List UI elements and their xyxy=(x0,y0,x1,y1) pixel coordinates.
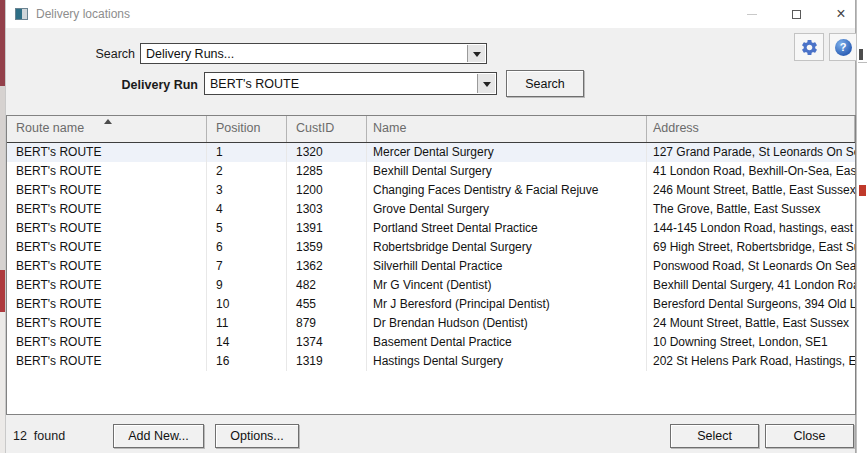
cell-address: 41 London Road, Bexhill-On-Sea, East Sus… xyxy=(647,162,855,181)
table-row[interactable]: BERT's ROUTE 1 1320 Mercer Dental Surger… xyxy=(7,143,855,162)
search-button[interactable]: Search xyxy=(506,70,584,97)
cell-address: The Grove, Battle, East Sussex xyxy=(647,200,855,219)
table-row[interactable]: BERT's ROUTE 2 1285 Bexhill Dental Surge… xyxy=(7,162,855,181)
table-row[interactable]: BERT's ROUTE 9 482 Mr G Vincent (Dentist… xyxy=(7,276,855,295)
gear-icon xyxy=(800,38,819,57)
delivery-run-dropdown[interactable]: BERT's ROUTE xyxy=(204,72,497,95)
close-dialog-button[interactable]: Close xyxy=(765,424,854,448)
column-header-custid[interactable]: CustID xyxy=(287,116,367,142)
cell-route-name: BERT's ROUTE xyxy=(7,276,207,295)
cell-address: 69 High Street, Robertsbridge, East Suss… xyxy=(647,238,855,257)
cell-custid: 482 xyxy=(287,276,367,295)
cell-route-name: BERT's ROUTE xyxy=(7,143,207,162)
cell-position: 10 xyxy=(207,295,287,314)
cell-name: Portland Street Dental Practice xyxy=(367,219,647,238)
delivery-run-value: BERT's ROUTE xyxy=(210,77,299,91)
cell-position: 4 xyxy=(207,200,287,219)
settings-button[interactable] xyxy=(794,33,824,61)
maximize-button[interactable] xyxy=(781,0,811,28)
delivery-locations-dialog: Delivery locations × ? Search Delivery R… xyxy=(5,0,856,453)
search-label: Search xyxy=(65,47,135,61)
column-header-name[interactable]: Name xyxy=(367,116,647,142)
column-header-position[interactable]: Position xyxy=(207,116,287,142)
result-count: 12 found xyxy=(13,429,65,443)
cell-custid: 879 xyxy=(287,314,367,333)
cell-position: 9 xyxy=(207,276,287,295)
cell-address: 10 Downing Street, London, SE1 xyxy=(647,333,855,352)
cell-address: 144-145 London Road, hastings, east suss… xyxy=(647,219,855,238)
cell-name: Mr G Vincent (Dentist) xyxy=(367,276,647,295)
cell-address: 24 Mount Street, Battle, East Sussex xyxy=(647,314,855,333)
table-body: BERT's ROUTE 1 1320 Mercer Dental Surger… xyxy=(7,143,855,371)
close-button[interactable]: × xyxy=(826,0,856,28)
cell-position: 1 xyxy=(207,143,287,162)
cell-custid: 1362 xyxy=(287,257,367,276)
table-row[interactable]: BERT's ROUTE 4 1303 Grove Dental Surgery… xyxy=(7,200,855,219)
cell-route-name: BERT's ROUTE xyxy=(7,295,207,314)
app-icon xyxy=(15,8,28,20)
cell-custid: 1319 xyxy=(287,352,367,371)
delivery-run-label: Delivery Run xyxy=(104,78,198,92)
cell-position: 6 xyxy=(207,238,287,257)
window-title: Delivery locations xyxy=(36,7,130,21)
help-button[interactable]: ? xyxy=(829,33,857,61)
select-button[interactable]: Select xyxy=(670,424,759,448)
column-header-address[interactable]: Address xyxy=(647,116,855,142)
cell-position: 5 xyxy=(207,219,287,238)
cell-name: Silverhill Dental Practice xyxy=(367,257,647,276)
cell-route-name: BERT's ROUTE xyxy=(7,181,207,200)
table-row[interactable]: BERT's ROUTE 3 1200 Changing Faces Denti… xyxy=(7,181,855,200)
table-row[interactable]: BERT's ROUTE 6 1359 Robertsbridge Dental… xyxy=(7,238,855,257)
screen: Delivery locations × ? Search Delivery R… xyxy=(0,0,867,453)
table-row[interactable]: BERT's ROUTE 7 1362 Silverhill Dental Pr… xyxy=(7,257,855,276)
help-icon: ? xyxy=(835,39,852,56)
add-new-button[interactable]: Add New... xyxy=(113,424,204,448)
cell-custid: 1374 xyxy=(287,333,367,352)
cell-position: 14 xyxy=(207,333,287,352)
table-row[interactable]: BERT's ROUTE 5 1391 Portland Street Dent… xyxy=(7,219,855,238)
background-text-fragment xyxy=(859,49,863,60)
cell-address: 246 Mount Street, Battle, East Sussex, T… xyxy=(647,181,855,200)
cell-name: Mr J Beresford (Principal Dentist) xyxy=(367,295,647,314)
cell-custid: 1303 xyxy=(287,200,367,219)
title-bar: Delivery locations × xyxy=(6,0,855,28)
chevron-down-icon xyxy=(473,52,481,61)
cell-address: Beresford Dental Surgeons, 394 Old Londo xyxy=(647,295,855,314)
dropdown-arrow-button[interactable] xyxy=(467,45,485,62)
cell-name: Changing Faces Dentistry & Facial Rejuve xyxy=(367,181,647,200)
table-row[interactable]: BERT's ROUTE 16 1319 Hastings Dental Sur… xyxy=(7,352,855,371)
search-type-dropdown[interactable]: Delivery Runs... xyxy=(140,43,487,64)
chevron-down-icon xyxy=(483,82,491,91)
cell-address: 202 St Helens Park Road, Hastings, East … xyxy=(647,352,855,371)
cell-name: Dr Brendan Hudson (Dentist) xyxy=(367,314,647,333)
cell-route-name: BERT's ROUTE xyxy=(7,352,207,371)
cell-position: 16 xyxy=(207,352,287,371)
results-table: Route name Position CustID Name Address … xyxy=(6,115,856,415)
cell-custid: 1285 xyxy=(287,162,367,181)
cell-custid: 1359 xyxy=(287,238,367,257)
cell-name: Robertsbridge Dental Surgery xyxy=(367,238,647,257)
cell-address: Bexhill Dental Surgery, 41 London Road, … xyxy=(647,276,855,295)
cell-position: 3 xyxy=(207,181,287,200)
cell-address: 127 Grand Parade, St Leonards On Sea, Ea… xyxy=(647,143,855,162)
background-divider xyxy=(858,62,867,63)
table-row[interactable]: BERT's ROUTE 14 1374 Basement Dental Pra… xyxy=(7,333,855,352)
background-red-icon xyxy=(859,185,866,196)
cell-route-name: BERT's ROUTE xyxy=(7,219,207,238)
table-row[interactable]: BERT's ROUTE 10 455 Mr J Beresford (Prin… xyxy=(7,295,855,314)
cell-position: 2 xyxy=(207,162,287,181)
cell-custid: 1200 xyxy=(287,181,367,200)
dropdown-arrow-button[interactable] xyxy=(477,74,495,93)
options-button[interactable]: Options... xyxy=(215,424,299,448)
cell-address: Ponswood Road, St Leonards On Sea, East xyxy=(647,257,855,276)
cell-custid: 1320 xyxy=(287,143,367,162)
cell-name: Bexhill Dental Surgery xyxy=(367,162,647,181)
cell-route-name: BERT's ROUTE xyxy=(7,162,207,181)
cell-route-name: BERT's ROUTE xyxy=(7,314,207,333)
maximize-icon xyxy=(792,10,801,19)
cell-position: 11 xyxy=(207,314,287,333)
table-row[interactable]: BERT's ROUTE 11 879 Dr Brendan Hudson (D… xyxy=(7,314,855,333)
minimize-icon xyxy=(747,14,757,15)
minimize-button[interactable] xyxy=(737,0,767,28)
cell-custid: 1391 xyxy=(287,219,367,238)
